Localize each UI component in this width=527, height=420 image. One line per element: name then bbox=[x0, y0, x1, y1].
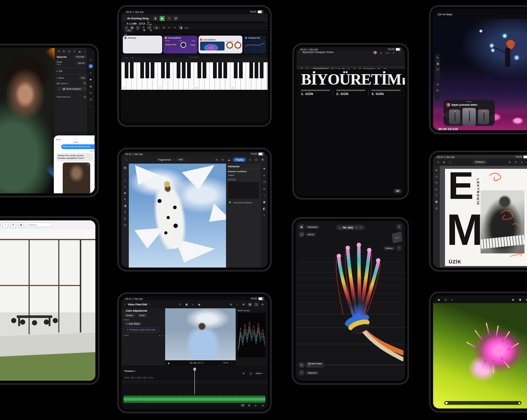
share-button[interactable]: Paylaş bbox=[233, 158, 246, 162]
menu-icon[interactable]: ≡ bbox=[436, 160, 440, 164]
help-icon[interactable]: ⓘ bbox=[254, 158, 258, 162]
cloud-icon[interactable]: ☁ bbox=[78, 49, 82, 53]
window-controls[interactable]: ●●● bbox=[56, 138, 61, 141]
drag-handle[interactable] bbox=[466, 101, 472, 102]
info-icon[interactable]: ⓘ bbox=[67, 49, 71, 53]
contact-name[interactable]: Burcu bbox=[56, 141, 95, 143]
share-icon[interactable]: ⇧ bbox=[392, 51, 396, 55]
import-icon[interactable]: ⇧ bbox=[178, 302, 182, 306]
enhance-button[interactable]: ✦ Enhance Light and Color bbox=[124, 327, 159, 332]
search-icon[interactable]: ○⃘ bbox=[385, 51, 389, 55]
connect-icon[interactable]: ✥ bbox=[242, 371, 246, 375]
undo-icon[interactable]: ↺ bbox=[436, 82, 440, 86]
redo-icon[interactable]: ↻ bbox=[436, 88, 440, 92]
add-mask-button[interactable]: +Add Mask bbox=[124, 322, 142, 326]
crop-icon[interactable]: ⌗ bbox=[89, 71, 93, 75]
pointer-tool-button[interactable]: ✥ bbox=[153, 26, 160, 30]
measure-chip[interactable]: ⌗ Measure bbox=[299, 370, 324, 375]
camera-icon[interactable]: ▣ bbox=[518, 298, 522, 302]
stop-handle[interactable] bbox=[518, 402, 520, 404]
back-chevron-icon[interactable]: ‹ bbox=[299, 51, 300, 58]
loop-browser-icon[interactable]: ▢ bbox=[136, 26, 140, 30]
zoom-level[interactable]: %36 bbox=[176, 158, 185, 161]
home-icon[interactable]: ⌂ bbox=[339, 226, 341, 229]
select-menu[interactable]: Select ··· bbox=[256, 372, 265, 374]
copy-icon[interactable]: ❐ bbox=[147, 26, 151, 30]
text-tool-icon[interactable]: T bbox=[123, 210, 127, 214]
audio-track[interactable] bbox=[124, 396, 265, 403]
bw-toggle[interactable]: S-B bbox=[79, 76, 87, 80]
settings-icon[interactable]: ⚙ bbox=[261, 158, 265, 162]
style-value[interactable]: Clean bbox=[190, 44, 195, 46]
share-icon[interactable]: ⇧ bbox=[3, 222, 8, 228]
text-tool-icon[interactable]: T bbox=[435, 193, 439, 197]
document-title[interactable]: Biyoüretim İnovasyon Zirvesi bbox=[302, 51, 333, 58]
camera-lock-icon[interactable]: ◉ bbox=[18, 222, 24, 228]
viewer[interactable] bbox=[165, 308, 236, 360]
color-section-label[interactable]: Renk bbox=[59, 77, 64, 79]
auto-button[interactable]: Otomatik bbox=[73, 55, 87, 59]
layers-icon[interactable]: ❐ bbox=[436, 68, 440, 72]
scene-icon[interactable]: ❏ bbox=[443, 298, 448, 302]
curves-editor[interactable] bbox=[228, 182, 259, 199]
undo-icon[interactable]: ↺ bbox=[57, 49, 61, 53]
black-keys[interactable] bbox=[121, 62, 268, 78]
reset-button[interactable]: Reset bbox=[137, 314, 147, 317]
text-icon[interactable]: T bbox=[514, 160, 518, 164]
export-icon[interactable]: ⇧ bbox=[520, 160, 524, 164]
frame-icon[interactable]: ⬚ bbox=[448, 160, 452, 164]
camera-icon[interactable]: ▣ bbox=[184, 302, 189, 306]
drive-knob[interactable] bbox=[180, 42, 186, 48]
media-icon[interactable]: ▤ bbox=[248, 302, 252, 306]
sync-icon[interactable]: ◎ bbox=[355, 226, 357, 229]
image-tool-icon[interactable]: ▣ bbox=[435, 200, 439, 204]
heal-tool-icon[interactable]: ✚ bbox=[123, 191, 127, 195]
multiview-icon[interactable]: ⊞ bbox=[242, 302, 246, 306]
more-icon[interactable]: ··· bbox=[230, 362, 233, 364]
presets-icon[interactable]: ◐ bbox=[89, 58, 93, 62]
playhead[interactable] bbox=[194, 370, 195, 394]
crop-tool-icon[interactable]: ⌗ bbox=[123, 185, 127, 189]
poster-artboard[interactable]: E M LEKTRONİK ÜZİK bbox=[445, 169, 527, 266]
lock-icon[interactable]: ◉ bbox=[437, 298, 441, 302]
redo-icon[interactable]: ↻ bbox=[220, 158, 225, 162]
playback-scrubber[interactable] bbox=[444, 401, 521, 405]
add-layer-icon[interactable]: ▣ bbox=[262, 200, 266, 204]
eyedropper-tool-icon[interactable]: ◎ bbox=[123, 223, 127, 227]
more-icon[interactable]: ··· bbox=[526, 160, 527, 164]
layers-panel-icon[interactable]: ❐ bbox=[262, 180, 266, 184]
history-panel-icon[interactable]: ◔ bbox=[262, 193, 266, 197]
heal-icon[interactable]: ✚ bbox=[89, 78, 93, 82]
home-icon[interactable]: ⌂ bbox=[124, 158, 128, 162]
glue-icon[interactable]: ⌲ bbox=[173, 26, 177, 30]
cycle-icon[interactable]: ⟲ bbox=[161, 26, 166, 30]
document-page[interactable]: BİYOÜRETİM İNOVASYON ZİRVESİ 1. GÜN 2. G… bbox=[297, 69, 405, 196]
tracks-view-icon[interactable]: ≡ bbox=[124, 26, 128, 30]
export-icon[interactable]: ⇧ bbox=[396, 224, 402, 230]
close-icon[interactable]: ✕ bbox=[87, 163, 89, 166]
shape-tool-icon[interactable]: ◻ bbox=[123, 216, 127, 220]
curves-label[interactable]: EĞRİLER bbox=[228, 178, 259, 181]
plugin-chromaverb[interactable]: ChromaVerb Decay Time Wet bbox=[199, 36, 242, 53]
undo-icon[interactable]: ↺ bbox=[214, 158, 218, 162]
masking-icon[interactable]: ◍ bbox=[89, 84, 93, 88]
effects-icon[interactable]: ❑ bbox=[254, 302, 258, 306]
chevron-down-icon[interactable]: ▾ bbox=[162, 335, 163, 337]
animation-frame-current[interactable] bbox=[462, 108, 476, 126]
piano-keyboard[interactable]: C1 C2 C3 C4 bbox=[121, 62, 268, 90]
back-chevron-icon[interactable]: ‹ bbox=[124, 310, 124, 312]
settings-icon[interactable]: ⚙ bbox=[10, 222, 16, 228]
items-chip[interactable]: ❏Items bbox=[299, 232, 319, 237]
page-indicator[interactable] bbox=[436, 401, 440, 406]
pointer-icon[interactable]: ➤ bbox=[442, 160, 446, 164]
play-button[interactable]: ▶ bbox=[160, 16, 165, 21]
export-icon[interactable]: ⎋ bbox=[0, 222, 0, 228]
decay-knob[interactable] bbox=[227, 42, 233, 48]
orientation-cube[interactable]: Front bbox=[392, 232, 403, 243]
color-grading-label[interactable]: Renk karışımı bbox=[57, 96, 71, 98]
design-workspace[interactable]: E M LEKTRONİK ÜZİK bbox=[440, 166, 527, 268]
render-settings-icon[interactable]: ⚙ bbox=[525, 298, 527, 302]
cable-model[interactable] bbox=[303, 236, 403, 373]
plugin-chromaglow[interactable]: ChromaGlow Model Drive Style Modern Tube… bbox=[163, 36, 197, 53]
designer-icon[interactable] bbox=[373, 51, 377, 54]
